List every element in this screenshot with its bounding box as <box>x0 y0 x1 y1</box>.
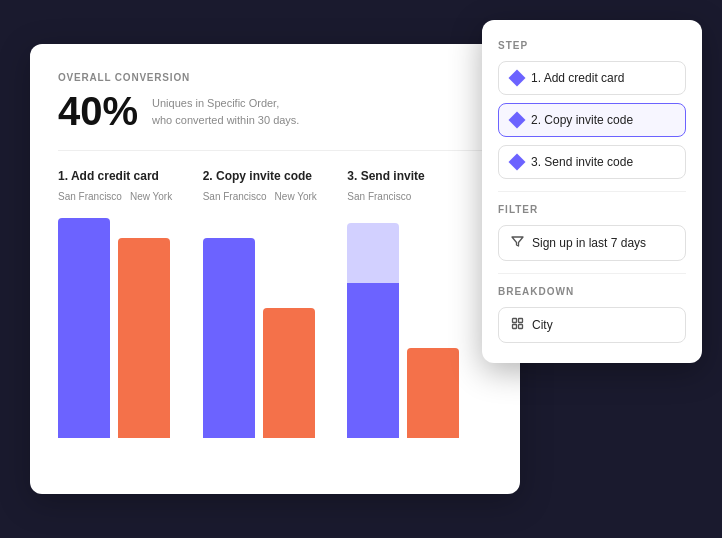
bar-label-sf-2: San Francisco <box>203 191 267 202</box>
breakdown-item[interactable]: City <box>498 307 686 343</box>
conversion-percentage: 40% <box>58 89 138 134</box>
svg-rect-0 <box>513 319 517 323</box>
diamond-icon-2 <box>509 112 526 129</box>
bar-orange-3 <box>407 348 459 438</box>
bar-label-ny-2: New York <box>275 191 317 202</box>
filter-text: Sign up in last 7 days <box>532 236 646 250</box>
step-text-2: 2. Copy invite code <box>531 113 633 127</box>
step-item-2[interactable]: 2. Copy invite code <box>498 103 686 137</box>
bar-label-sf-1: San Francisco <box>58 191 122 202</box>
step-text-3: 3. Send invite code <box>531 155 633 169</box>
bars-area-1 <box>58 208 195 438</box>
diamond-icon-3 <box>509 154 526 171</box>
conversion-desc: Uniques in Specific Order, who converted… <box>152 95 299 128</box>
bar-label-ny-1: New York <box>130 191 172 202</box>
bar-purple-3 <box>347 283 399 438</box>
step-item-3[interactable]: 3. Send invite code <box>498 145 686 179</box>
filter-item[interactable]: Sign up in last 7 days <box>498 225 686 261</box>
step-section-label: STEP <box>498 40 686 51</box>
bar-stack-sf <box>347 208 399 438</box>
col-title-2: 2. Copy invite code <box>203 169 340 183</box>
panel-card: STEP 1. Add credit card 2. Copy invite c… <box>482 20 702 363</box>
col-title-1: 1. Add credit card <box>58 169 195 183</box>
bar-purple-2 <box>203 238 255 438</box>
panel-divider-1 <box>498 191 686 192</box>
bar-purple-light-3 <box>347 223 399 283</box>
breakdown-text: City <box>532 318 553 332</box>
overall-label: OVERALL CONVERSION <box>58 72 492 83</box>
step-text-1: 1. Add credit card <box>531 71 624 85</box>
panel-divider-2 <box>498 273 686 274</box>
bar-orange-2 <box>263 308 315 438</box>
filter-icon <box>511 235 524 251</box>
bar-label-sf-3: San Francisco <box>347 191 411 202</box>
diamond-icon-1 <box>509 70 526 87</box>
funnel-col-1: 1. Add credit card San Francisco New Yor… <box>58 169 203 489</box>
svg-rect-2 <box>519 319 523 323</box>
funnel-col-3: 3. Send invite San Francisco <box>347 169 492 489</box>
bar-labels-3: San Francisco <box>347 191 484 202</box>
divider <box>58 150 492 151</box>
chart-card: OVERALL CONVERSION 40% Uniques in Specif… <box>30 44 520 494</box>
funnel-columns: 1. Add credit card San Francisco New Yor… <box>58 169 492 489</box>
breakdown-icon <box>511 317 524 333</box>
bar-orange-1 <box>118 238 170 438</box>
bars-area-3 <box>347 208 484 438</box>
svg-rect-1 <box>513 325 517 329</box>
filter-section-label: FILTER <box>498 204 686 215</box>
bar-labels-2: San Francisco New York <box>203 191 340 202</box>
breakdown-section-label: BREAKDOWN <box>498 286 686 297</box>
bar-purple-1 <box>58 218 110 438</box>
col-title-3: 3. Send invite <box>347 169 484 183</box>
bars-area-2 <box>203 208 340 438</box>
svg-rect-3 <box>519 325 523 329</box>
funnel-col-2: 2. Copy invite code San Francisco New Yo… <box>203 169 348 489</box>
step-item-1[interactable]: 1. Add credit card <box>498 61 686 95</box>
bar-labels-1: San Francisco New York <box>58 191 195 202</box>
